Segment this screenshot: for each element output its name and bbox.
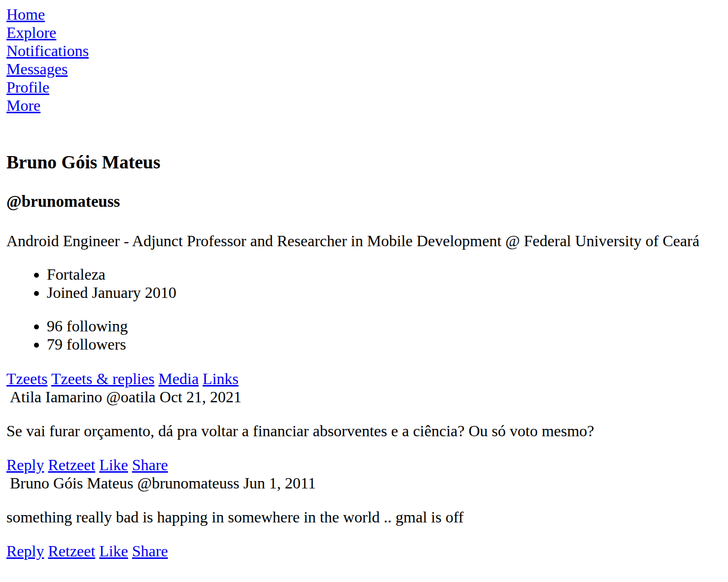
nav-more[interactable]: More	[6, 97, 40, 115]
tab-tzeets-and-replies[interactable]: Tzeets & replies	[51, 370, 155, 388]
nav-explore[interactable]: Explore	[6, 24, 56, 42]
tweet-author: Bruno Góis Mateus	[10, 474, 133, 492]
tab-links[interactable]: Links	[202, 370, 238, 388]
tweet-text: Se vai furar orçamento, dá pra voltar a …	[6, 422, 721, 440]
profile-handle: @brunomateuss	[6, 192, 721, 211]
tweet-feed: Atila Iamarino @oatila Oct 21, 2021 Se v…	[6, 388, 721, 560]
tweet-item-2: Bruno Góis Mateus @brunomateuss Jun 1, 2…	[6, 474, 721, 560]
profile-name: Bruno Góis Mateus	[6, 152, 721, 173]
tab-media[interactable]: Media	[159, 370, 199, 388]
reply-link[interactable]: Reply	[6, 456, 44, 474]
reply-link[interactable]: Reply	[6, 542, 44, 560]
nav-profile[interactable]: Profile	[6, 78, 49, 97]
tweet-item-1: Atila Iamarino @oatila Oct 21, 2021 Se v…	[6, 388, 721, 474]
share-link[interactable]: Share	[132, 456, 168, 474]
profile-tabs: Tzeets Tzeets & replies Media Links	[6, 370, 721, 388]
retzeet-link[interactable]: Retzeet	[48, 456, 95, 474]
profile-section: Bruno Góis Mateus @brunomateuss Android …	[6, 152, 721, 354]
tweet-author-handle: @oatila	[106, 388, 156, 406]
followers-count: 79 followers	[47, 335, 721, 354]
tweet-date: Oct 21, 2021	[160, 388, 241, 406]
nav-notifications[interactable]: Notifications	[6, 42, 89, 60]
like-link[interactable]: Like	[99, 456, 128, 474]
tweet-header: Bruno Góis Mateus @brunomateuss Jun 1, 2…	[6, 474, 721, 492]
profile-stats: 96 following 79 followers	[6, 317, 721, 354]
like-link[interactable]: Like	[99, 542, 128, 560]
tweet-actions: Reply Retzeet Like Share	[6, 542, 721, 560]
main-nav: Home Explore Notifications Messages Prof…	[6, 5, 721, 115]
tweet-actions: Reply Retzeet Like Share	[6, 456, 721, 474]
tweet-author: Atila Iamarino	[10, 388, 102, 406]
tweet-author-handle: @brunomateuss	[137, 474, 239, 492]
tweet-text: something really bad is happing in somew…	[6, 508, 721, 526]
tweet-date: Jun 1, 2011	[243, 474, 316, 492]
profile-bio: Android Engineer - Adjunct Professor and…	[6, 232, 721, 250]
profile-details: Fortaleza Joined January 2010	[6, 265, 721, 302]
nav-home[interactable]: Home	[6, 5, 45, 24]
profile-location: Fortaleza	[47, 265, 721, 284]
profile-joined-date: Joined January 2010	[47, 284, 721, 302]
tweet-header: Atila Iamarino @oatila Oct 21, 2021	[6, 388, 721, 406]
following-count: 96 following	[47, 317, 721, 335]
retzeet-link[interactable]: Retzeet	[48, 542, 95, 560]
nav-messages[interactable]: Messages	[6, 60, 67, 78]
share-link[interactable]: Share	[132, 542, 168, 560]
tab-tzeets[interactable]: Tzeets	[6, 370, 48, 388]
